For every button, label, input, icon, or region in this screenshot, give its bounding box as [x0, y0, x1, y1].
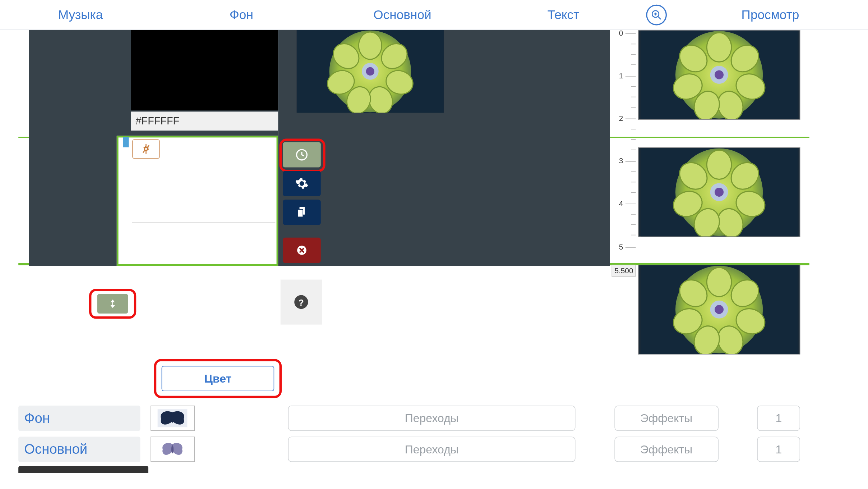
transitions-button[interactable]: Переходы — [288, 406, 576, 431]
track-music[interactable] — [29, 30, 115, 266]
time-ruler: 0 1 2 3 4 5 5.500 — [611, 30, 636, 297]
background-color-hex: #FFFFFF — [131, 111, 278, 131]
preview-thumb[interactable] — [638, 265, 800, 355]
layer-swatch-bg[interactable] — [151, 406, 194, 431]
effects-button[interactable]: Эффекты — [614, 406, 719, 431]
layer-rows: Фон Переходы Эффекты 1 Основной Переходы… — [18, 403, 800, 465]
ruler-tick-label: 1 — [619, 71, 623, 80]
layer-name-bg[interactable]: Фон — [18, 406, 140, 431]
layer-swatch-main[interactable] — [151, 437, 194, 462]
ruler-tick-label: 2 — [619, 114, 623, 123]
effects-count[interactable]: 1 — [757, 437, 800, 462]
delete-button[interactable] — [283, 238, 321, 263]
zoom-in-icon — [651, 9, 662, 20]
ruler-tick-label: 0 — [619, 29, 623, 37]
delete-icon — [295, 243, 309, 257]
top-tabs: Музыка Фон Основной Текст Просмотр — [0, 0, 868, 30]
tab-preview[interactable]: Просмотр — [673, 7, 868, 22]
ruler-end-value: 5.500 — [611, 265, 636, 277]
zoom-in-button[interactable] — [646, 4, 667, 25]
highlight-height-button — [89, 289, 136, 319]
duration-button[interactable] — [283, 142, 321, 167]
gear-icon — [295, 177, 309, 190]
flower-thumbnail — [639, 31, 800, 119]
help-button[interactable]: ? — [294, 295, 308, 309]
preview-thumb[interactable] — [638, 30, 800, 120]
flower-thumbnail — [297, 30, 444, 113]
butterfly-icon — [158, 439, 188, 459]
effects-count[interactable]: 1 — [757, 406, 800, 431]
highlight-color-button: Цвет — [154, 359, 282, 398]
layer-name-main[interactable]: Основной — [18, 437, 140, 462]
main-clip-thumb[interactable] — [297, 30, 444, 113]
preview-column — [638, 30, 800, 382]
butterfly-icon — [158, 408, 188, 428]
layer-row: Основной Переходы Эффекты 1 — [18, 434, 800, 465]
timeline-area: #FFFFFF 0 1 2 3 4 — [0, 30, 868, 306]
flower-thumbnail — [639, 148, 800, 236]
clip-action-stack — [283, 142, 321, 266]
height-resize-button[interactable] — [97, 294, 128, 314]
flower-thumbnail — [639, 265, 800, 354]
pin-button[interactable] — [132, 139, 160, 159]
track-text[interactable] — [444, 30, 610, 266]
svg-line-16 — [658, 16, 661, 19]
tab-music[interactable]: Музыка — [0, 7, 161, 22]
ruler-tick-label: 4 — [619, 199, 623, 208]
copy-icon — [295, 205, 309, 219]
copy-button[interactable] — [283, 200, 321, 225]
preview-thumb[interactable] — [638, 147, 800, 237]
background-clip-black[interactable] — [131, 30, 278, 110]
layer-row-collapsed[interactable] — [18, 466, 148, 473]
help-panel: ? — [281, 280, 322, 325]
ruler-tick-label: 5 — [619, 243, 623, 251]
ruler-tick-label: 3 — [619, 156, 623, 165]
selection-handle[interactable] — [123, 137, 129, 147]
effects-button[interactable]: Эффекты — [614, 437, 719, 462]
tab-main[interactable]: Основной — [322, 7, 483, 22]
color-button[interactable]: Цвет — [162, 366, 274, 391]
tab-text[interactable]: Текст — [483, 7, 644, 22]
tab-background[interactable]: Фон — [161, 7, 322, 22]
clock-icon — [295, 148, 309, 161]
settings-button[interactable] — [283, 171, 321, 196]
pin-icon — [140, 143, 152, 155]
vertical-resize-icon — [107, 297, 118, 311]
layer-row: Фон Переходы Эффекты 1 — [18, 403, 800, 434]
transitions-button[interactable]: Переходы — [288, 437, 576, 462]
